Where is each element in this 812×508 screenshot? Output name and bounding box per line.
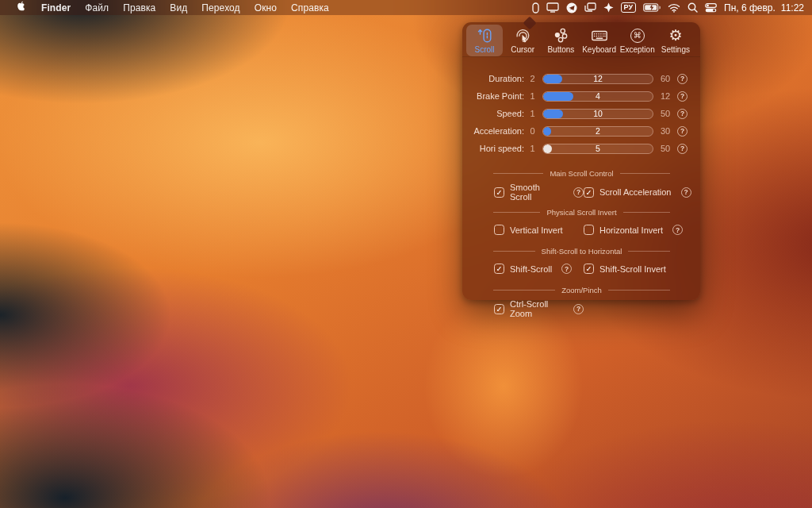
menu-item-edit[interactable]: Правка [116,0,163,15]
telegram-icon[interactable] [566,0,577,15]
tab-label: Buttons [547,45,574,54]
checkbox-label: Shift-Scroll [510,264,552,274]
help-icon[interactable]: ? [573,187,584,198]
pointer-diamond-icon[interactable] [603,0,614,15]
control-center-icon[interactable] [705,0,717,15]
slider-value: 2 [543,127,653,136]
slider-label: Acceleration: [469,126,524,136]
shift-scroll-checkbox[interactable]: ✓ Shift-Scroll ? [494,264,584,274]
checkbox-row: Vertical Invert Horizontal Invert ? [462,221,700,238]
scroll-acceleration-checkbox[interactable]: ✓ Scroll Acceleration ? [584,187,700,198]
section-header: Shift-Scroll to Horizontal [462,245,700,256]
speed-slider[interactable]: 10 [542,109,653,119]
language-input-badge[interactable]: РУ [621,2,636,13]
tab-label: Scroll [474,45,494,54]
slider-value: 12 [543,75,653,83]
keyboard-icon [590,27,609,44]
cursor-click-icon [514,27,531,44]
command-circle-icon: ⌘ [630,27,645,44]
horizontal-invert-checkbox[interactable]: Horizontal Invert ? [584,225,700,235]
tab-exception[interactable]: ⌘ Exception [619,25,656,56]
slider-label: Duration: [469,74,524,83]
menu-item-finder[interactable]: Finder [34,0,78,15]
menu-item-view[interactable]: Вид [163,0,194,15]
help-icon[interactable]: ? [672,225,683,235]
hori-speed-slider[interactable]: 5 [542,144,653,154]
mouse-buttons-icon [552,27,569,44]
tab-cursor[interactable]: Cursor [504,25,541,56]
acceleration-slider[interactable]: 2 [542,126,653,137]
battery-icon[interactable] [643,0,661,15]
checkbox-box [584,225,594,235]
menu-bar-left: Finder Файл Правка Вид Переход Окно Спра… [8,0,336,15]
help-icon[interactable]: ? [677,74,688,84]
apple-logo-icon [16,1,26,14]
checkbox-row: ✓ Ctrl-Scroll Zoom ? [462,299,700,316]
tab-buttons[interactable]: Buttons [542,25,579,56]
help-icon[interactable]: ? [677,109,688,119]
slider-row: Hori speed: 1 5 50 ? [462,140,700,157]
tab-keyboard[interactable]: Keyboard [581,25,618,56]
slider-value: 4 [543,92,653,101]
slider-label: Hori speed: [469,144,524,153]
spotlight-search-icon[interactable] [688,0,698,15]
menu-item-file[interactable]: Файл [78,0,116,15]
slider-min: 1 [527,144,538,153]
help-icon[interactable]: ? [561,264,572,274]
display-mirroring-icon[interactable] [546,0,559,15]
tab-label: Cursor [511,45,534,54]
slider-label: Speed: [469,109,524,118]
mos-mouse-icon[interactable] [532,0,539,15]
help-icon[interactable]: ? [677,144,688,154]
duration-slider[interactable]: 12 [542,74,653,84]
checkbox-box [494,225,504,235]
help-icon[interactable]: ? [677,91,688,102]
scroll-mouse-icon [476,27,493,44]
checkbox-label: Smooth Scroll [510,183,564,202]
window-switcher-icon[interactable] [584,0,596,15]
checkbox-label: Scroll Acceleration [599,187,672,197]
checkbox-label: Horizontal Invert [599,225,663,235]
menu-item-window[interactable]: Окно [247,0,284,15]
menu-bar-clock[interactable]: Пн, 6 февр. 11:22 [724,2,804,13]
checkbox-box: ✓ [494,187,504,198]
section-title: Zoom/Pinch [561,286,602,294]
scroll-options: Main Scroll Control ✓ Smooth Scroll ? ✓ … [462,167,700,316]
menu-bar-status: РУ Пн, 6 февр. 11:22 [532,0,804,15]
menu-item-go[interactable]: Переход [194,0,247,15]
brake-point-slider[interactable]: 4 [542,91,653,102]
section-header: Main Scroll Control [462,167,700,179]
slider-min: 2 [527,74,538,83]
desktop-wallpaper: Finder Файл Правка Вид Переход Окно Спра… [0,0,812,508]
checkbox-label: Vertical Invert [510,225,563,235]
wifi-icon[interactable] [668,0,680,15]
section-title: Physical Scroll Invert [546,208,616,217]
tab-scroll[interactable]: Scroll [466,25,503,56]
help-icon[interactable]: ? [677,126,688,137]
section-title: Main Scroll Control [550,169,613,178]
slider-value: 5 [543,144,653,153]
ctrl-scroll-zoom-checkbox[interactable]: ✓ Ctrl-Scroll Zoom ? [494,299,584,318]
tab-label: Keyboard [582,45,616,54]
slider-max: 30 [657,126,673,136]
section-header: Physical Scroll Invert [462,206,700,217]
slider-max: 60 [657,74,673,83]
shift-scroll-invert-checkbox[interactable]: ✓ Shift-Scroll Invert [584,264,700,274]
clock-date: Пн, 6 февр. [724,2,776,13]
menu-item-help[interactable]: Справка [284,0,336,15]
slider-min: 1 [527,91,538,101]
help-icon[interactable]: ? [573,304,584,314]
apple-menu[interactable] [8,1,34,14]
clock-time: 11:22 [781,2,804,13]
slider-max: 50 [657,144,673,153]
slider-max: 12 [657,91,673,101]
vertical-invert-checkbox[interactable]: Vertical Invert [494,225,584,235]
help-icon[interactable]: ? [681,187,691,198]
checkbox-row: ✓ Shift-Scroll ? ✓ Shift-Scroll Invert [462,260,700,277]
tab-settings[interactable]: ⚙ Settings [657,25,694,56]
checkbox-box: ✓ [584,264,594,274]
checkbox-box: ✓ [494,264,504,274]
smooth-scroll-checkbox[interactable]: ✓ Smooth Scroll ? [494,183,584,202]
checkbox-box: ✓ [584,187,594,198]
slider-row: Speed: 1 10 50 ? [462,105,700,122]
